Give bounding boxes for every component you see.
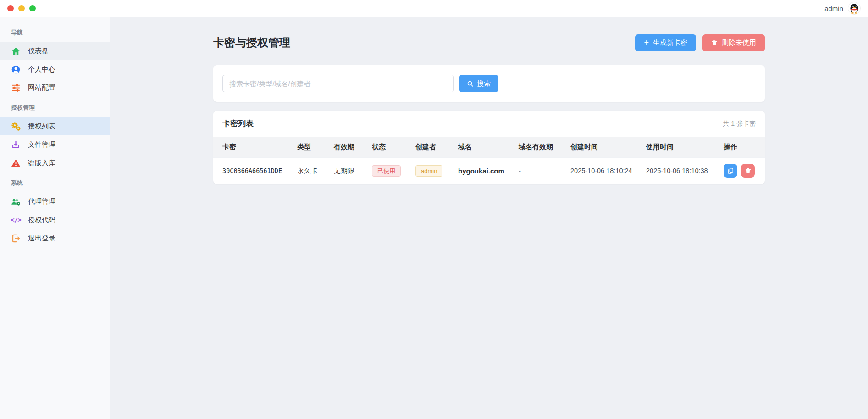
col-used-at: 使用时间: [642, 137, 720, 157]
logout-icon: [11, 234, 21, 243]
cell-used-at: 2025-10-06 18:10:38: [642, 157, 720, 184]
sidebar-item-site-config[interactable]: 网站配置: [0, 78, 110, 97]
col-created-at: 创建时间: [567, 137, 642, 157]
card-count-label: 共 1 张卡密: [723, 120, 756, 128]
cell-status: 已使用: [368, 157, 412, 184]
col-type: 类型: [293, 137, 330, 157]
trash-icon: [745, 168, 752, 174]
user-menu[interactable]: admin: [824, 2, 861, 15]
zoom-window-button[interactable]: [29, 5, 36, 11]
col-domain: 域名: [454, 137, 515, 157]
cell-actions: [720, 157, 765, 184]
table-row: 39C0366A66561DDE 永久卡 无期限 已使用 admin bygou…: [213, 157, 765, 184]
code-icon: </>: [11, 215, 21, 225]
search-input[interactable]: [222, 75, 454, 92]
window-titlebar: admin: [0, 0, 868, 17]
page-header: 卡密与授权管理 + 生成新卡密 删除未使用: [213, 34, 765, 52]
cell-creator: admin: [412, 157, 454, 184]
sidebar-section-system: 系统: [0, 172, 110, 192]
col-validity: 有效期: [330, 137, 368, 157]
download-icon: [11, 140, 21, 150]
sidebar-item-dashboard[interactable]: 仪表盘: [0, 42, 110, 60]
sidebar-item-auth-list[interactable]: 授权列表: [0, 117, 110, 135]
main-content: 卡密与授权管理 + 生成新卡密 删除未使用: [110, 17, 868, 419]
status-badge: 已使用: [372, 165, 401, 177]
sidebar-item-label: 文件管理: [28, 140, 55, 149]
penguin-graphic: [848, 2, 860, 14]
cell-domain: bygoukai.com: [454, 157, 515, 184]
table-header-row: 卡密 类型 有效期 状态 创建者 域名 域名有效期 创建时间 使用时间 操作: [213, 137, 765, 157]
warning-icon: [11, 158, 21, 168]
creator-badge: admin: [415, 165, 442, 177]
generate-card-button[interactable]: + 生成新卡密: [635, 34, 696, 51]
col-status: 状态: [368, 137, 412, 157]
sidebar-item-label: 授权代码: [28, 216, 55, 224]
card-table: 卡密 类型 有效期 状态 创建者 域名 域名有效期 创建时间 使用时间 操作: [213, 137, 765, 184]
cell-type: 永久卡: [293, 157, 330, 184]
window-controls: [7, 5, 36, 11]
search-panel: 搜索: [213, 65, 765, 102]
search-button[interactable]: 搜索: [459, 75, 498, 92]
card-list-title: 卡密列表: [222, 118, 254, 129]
gears-icon: [11, 122, 21, 131]
header-actions: + 生成新卡密 删除未使用: [635, 34, 765, 51]
delete-unused-label: 删除未使用: [722, 39, 756, 47]
col-domain-validity: 域名有效期: [515, 137, 567, 157]
search-button-label: 搜索: [477, 79, 491, 88]
col-creator: 创建者: [412, 137, 454, 157]
copy-card-button[interactable]: [724, 164, 737, 178]
sidebar: 导航 仪表盘 个人中心: [0, 17, 110, 419]
trash-icon: [711, 39, 718, 46]
card-list-header: 卡密列表 共 1 张卡密: [213, 111, 765, 137]
copy-icon: [727, 168, 734, 174]
username-label: admin: [824, 5, 843, 12]
search-icon: [467, 80, 474, 87]
generate-card-label: 生成新卡密: [653, 39, 687, 47]
sliders-icon: [11, 83, 21, 93]
sidebar-section-nav: 导航: [0, 22, 110, 42]
sidebar-item-auth-code[interactable]: </> 授权代码: [0, 211, 110, 229]
cell-card-key: 39C0366A66561DDE: [213, 157, 293, 184]
sidebar-item-label: 退出登录: [28, 234, 55, 243]
col-actions: 操作: [720, 137, 765, 157]
card-list-panel: 卡密列表 共 1 张卡密 卡密 类型 有效期 状态: [213, 111, 765, 184]
delete-card-button[interactable]: [741, 164, 755, 178]
sidebar-item-agent-management[interactable]: 代理管理: [0, 192, 110, 211]
sidebar-item-label: 个人中心: [28, 65, 55, 74]
qq-penguin-avatar[interactable]: [848, 2, 861, 15]
sidebar-item-piracy-db[interactable]: 盗版入库: [0, 154, 110, 172]
sidebar-item-file-management[interactable]: 文件管理: [0, 135, 110, 154]
plus-icon: +: [644, 39, 649, 47]
page-title: 卡密与授权管理: [213, 35, 290, 50]
close-window-button[interactable]: [7, 5, 14, 11]
sidebar-item-label: 授权列表: [28, 122, 55, 131]
user-icon: [11, 65, 21, 74]
sidebar-item-label: 仪表盘: [28, 47, 49, 56]
sidebar-item-profile[interactable]: 个人中心: [0, 60, 110, 78]
sidebar-section-auth: 授权管理: [0, 97, 110, 117]
delete-unused-button[interactable]: 删除未使用: [702, 34, 765, 51]
home-icon: [11, 46, 21, 56]
users-gear-icon: [11, 197, 21, 207]
sidebar-item-label: 网站配置: [28, 84, 55, 92]
sidebar-item-logout[interactable]: 退出登录: [0, 229, 110, 247]
cell-domain-validity: -: [515, 157, 567, 184]
cell-validity: 无期限: [330, 157, 368, 184]
sidebar-item-label: 代理管理: [28, 197, 55, 206]
sidebar-item-label: 盗版入库: [28, 159, 55, 168]
minimize-window-button[interactable]: [18, 5, 25, 11]
col-card-key: 卡密: [213, 137, 293, 157]
cell-created-at: 2025-10-06 18:10:24: [567, 157, 642, 184]
